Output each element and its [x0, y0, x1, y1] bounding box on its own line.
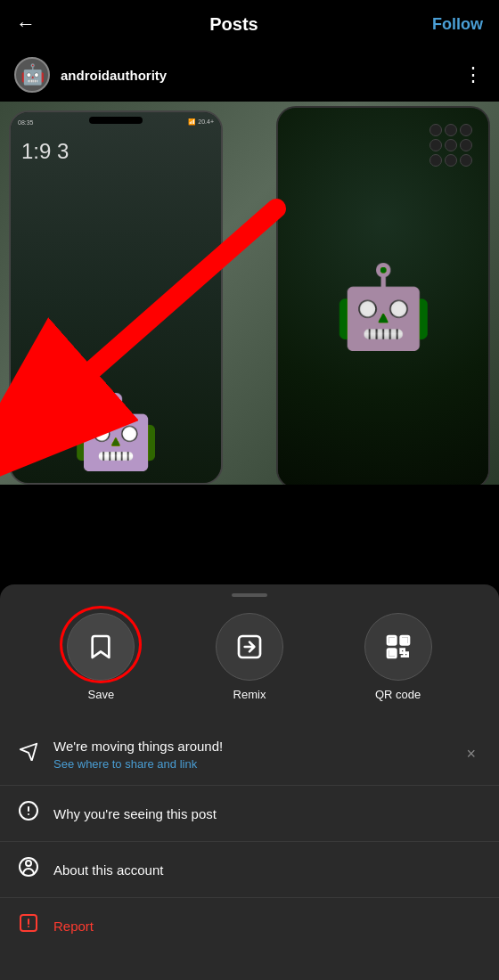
- camera-dot: [445, 124, 457, 136]
- account-row: 🤖 androidauthority ⋮: [0, 48, 499, 102]
- qr-icon: [384, 633, 413, 661]
- qr-action-item[interactable]: QR code: [364, 613, 432, 701]
- qr-circle[interactable]: [364, 613, 432, 681]
- svg-rect-8: [389, 651, 393, 655]
- report-row[interactable]: Report: [0, 898, 499, 953]
- remix-circle[interactable]: [216, 613, 283, 681]
- share-notice-icon: [16, 741, 41, 766]
- page-title: Posts: [209, 14, 258, 35]
- avatar-image: 🤖: [20, 63, 45, 86]
- svg-rect-7: [403, 639, 406, 642]
- camera-dot: [460, 154, 472, 167]
- about-account-row[interactable]: About this account: [0, 842, 499, 898]
- phone-left: 08:35 📶 20.4+ 1:9 3 🤖: [9, 110, 223, 485]
- why-seeing-icon: [16, 800, 41, 827]
- why-seeing-text: Why you're seeing this post: [53, 804, 217, 823]
- sheet-handle: [232, 593, 267, 597]
- remix-label: Remix: [233, 688, 266, 701]
- phone-time: 1:9 3: [21, 139, 69, 164]
- more-options-button[interactable]: ⋮: [463, 63, 485, 86]
- share-notice-subtext[interactable]: See where to share and link: [53, 757, 459, 771]
- about-account-icon: [16, 856, 41, 883]
- camera-dot: [445, 139, 457, 151]
- about-account-text: About this account: [53, 861, 163, 879]
- why-seeing-row[interactable]: Why you're seeing this post: [0, 786, 499, 842]
- follow-button[interactable]: Follow: [432, 15, 483, 34]
- camera-dot: [429, 124, 442, 136]
- svg-point-14: [26, 861, 31, 866]
- back-button[interactable]: ←: [16, 12, 36, 36]
- remix-action-item[interactable]: Remix: [216, 613, 283, 701]
- camera-dot: [460, 139, 472, 151]
- save-label: Save: [88, 688, 115, 701]
- robot-wallpaper: 🤖: [71, 390, 160, 474]
- report-text: Report: [53, 917, 94, 935]
- share-notice-row: We're moving things around! See where to…: [0, 723, 499, 786]
- account-username[interactable]: androidauthority: [61, 68, 167, 83]
- share-notice-text: We're moving things around!: [53, 737, 459, 755]
- remix-icon: [235, 633, 264, 661]
- save-circle[interactable]: [67, 613, 135, 681]
- share-notice-close[interactable]: ×: [459, 741, 483, 767]
- phone-right: 🤖: [276, 106, 490, 485]
- qr-label: QR code: [375, 688, 421, 701]
- camera-dot: [429, 154, 442, 167]
- camera-grid: [429, 124, 472, 167]
- svg-marker-9: [20, 744, 37, 761]
- svg-rect-6: [389, 639, 393, 642]
- post-image: 08:35 📶 20.4+ 1:9 3 🤖 🤖: [0, 102, 499, 485]
- camera-dot: [460, 124, 472, 136]
- avatar[interactable]: 🤖: [14, 57, 50, 93]
- report-icon: [16, 912, 41, 939]
- save-icon: [86, 633, 115, 661]
- action-row: Save Remix: [0, 613, 499, 723]
- bottom-sheet: Save Remix: [0, 584, 499, 980]
- save-action-item[interactable]: Save: [67, 613, 135, 701]
- android-wallpaper: 🤖: [333, 260, 433, 354]
- share-notice-text-block: We're moving things around! See where to…: [53, 737, 459, 771]
- status-bar: 08:35 📶 20.4+: [11, 114, 221, 130]
- camera-dot: [429, 139, 442, 151]
- camera-dot: [445, 154, 457, 167]
- top-nav: ← Posts Follow: [0, 0, 499, 48]
